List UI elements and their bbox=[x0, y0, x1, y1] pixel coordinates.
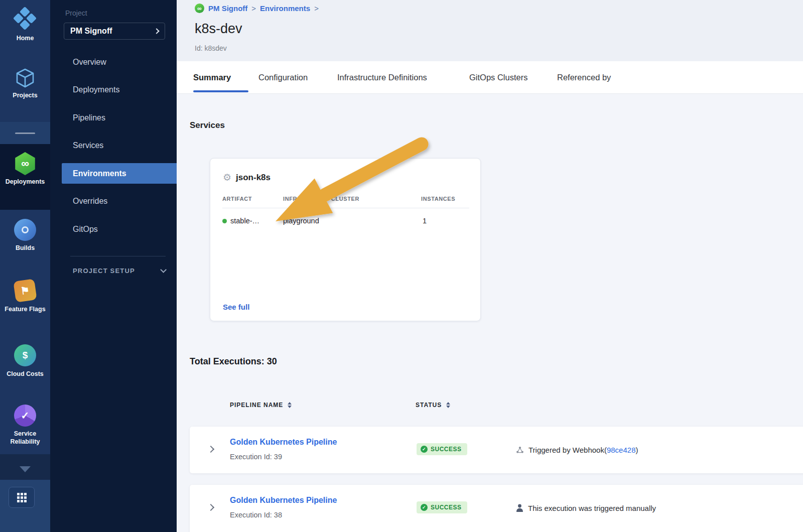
breadcrumb-separator: > bbox=[314, 4, 319, 13]
artifact-cell: stable-… bbox=[222, 217, 259, 225]
project-setup-label: PROJECT SETUP bbox=[73, 267, 135, 275]
rail-collapse-strip bbox=[0, 454, 50, 480]
service-card-title: ⚙ json-k8s bbox=[223, 172, 271, 183]
rail-item-label: Home bbox=[0, 34, 50, 42]
rail-item-label: Deployments bbox=[0, 178, 50, 186]
cd-module-icon: ∞ bbox=[195, 4, 204, 13]
column-infra-gitops-cluster: INFRA / GITOPS CLUSTER bbox=[283, 196, 359, 202]
check-icon: ✓ bbox=[421, 504, 428, 511]
instances-cell: 1 bbox=[423, 217, 427, 225]
builds-icon bbox=[14, 219, 36, 241]
home-icon bbox=[14, 7, 37, 30]
breadcrumb-separator: > bbox=[251, 4, 256, 13]
column-instances: INSTANCES bbox=[421, 196, 455, 202]
breadcrumb-project-link[interactable]: PM Signoff bbox=[208, 4, 247, 13]
rail-item-label: Builds bbox=[0, 244, 50, 252]
tab-infrastructure-definitions[interactable]: Infrastructure Definitions bbox=[337, 61, 427, 93]
page-title: k8s-dev bbox=[195, 21, 242, 37]
project-sidebar: Project PM Signoff Overview Deployments … bbox=[50, 0, 177, 532]
cloud-costs-icon: $ bbox=[14, 344, 36, 366]
tab-gitops-clusters[interactable]: GitOps Clusters bbox=[469, 61, 527, 93]
service-name: json-k8s bbox=[236, 173, 271, 183]
entity-id-label: Id: k8sdev bbox=[195, 44, 227, 52]
execution-row[interactable]: Golden Kubernetes Pipeline Execution Id:… bbox=[190, 427, 803, 473]
chevron-right-icon bbox=[154, 28, 159, 34]
webhook-icon bbox=[516, 446, 524, 454]
rail-item-home[interactable]: Home bbox=[0, 7, 50, 42]
sidebar-item-overview[interactable]: Overview bbox=[50, 52, 177, 72]
rail-divider[interactable] bbox=[0, 122, 50, 144]
project-selector-value: PM Signoff bbox=[70, 27, 112, 36]
app-window: Home Projects ∞ Deployments Builds ⚑ Fea… bbox=[0, 0, 803, 532]
status-dot-icon bbox=[222, 219, 227, 223]
column-pipeline-name[interactable]: PIPELINE NAME bbox=[230, 402, 292, 409]
sidebar-item-gitops[interactable]: GitOps bbox=[50, 219, 177, 239]
page-header: ∞ PM Signoff > Environments > k8s-dev Id… bbox=[177, 0, 803, 61]
expand-chevron-icon[interactable] bbox=[207, 446, 214, 453]
rail-item-label: Feature Flags bbox=[0, 305, 50, 313]
services-heading: Services bbox=[190, 120, 225, 130]
commit-link[interactable]: 98ce428 bbox=[607, 446, 636, 454]
pipeline-link[interactable]: Golden Kubernetes Pipeline bbox=[230, 496, 337, 505]
feature-flags-icon: ⚑ bbox=[13, 279, 37, 302]
status-badge: ✓ SUCCESS bbox=[417, 443, 467, 455]
breadcrumb-environments-link[interactable]: Environments bbox=[260, 4, 310, 13]
tab-configuration[interactable]: Configuration bbox=[258, 61, 308, 93]
chevron-down-icon[interactable] bbox=[20, 466, 31, 472]
projects-icon bbox=[14, 66, 37, 89]
trigger-info: Triggered by Webhook(98ce428) bbox=[516, 446, 638, 454]
rail-item-label: Cloud Costs bbox=[0, 370, 50, 378]
rail-item-deployments[interactable]: ∞ Deployments bbox=[0, 152, 50, 186]
chevron-down-icon bbox=[160, 267, 167, 273]
rail-item-builds[interactable]: Builds bbox=[0, 219, 50, 252]
rail-item-cloud-costs[interactable]: $ Cloud Costs bbox=[0, 344, 50, 378]
breadcrumb: ∞ PM Signoff > Environments > bbox=[195, 4, 323, 13]
execution-id-label: Execution Id: 39 bbox=[230, 453, 282, 461]
project-section-label: Project bbox=[65, 9, 87, 17]
deployments-icon: ∞ bbox=[14, 152, 37, 175]
user-icon bbox=[516, 504, 523, 512]
sidebar-item-services[interactable]: Services bbox=[50, 135, 177, 156]
execution-id-label: Execution Id: 38 bbox=[230, 511, 282, 519]
rail-bottom-section bbox=[0, 480, 50, 532]
summary-content: Services ⚙ json-k8s ARTIFACT INFRA / GIT… bbox=[177, 94, 803, 532]
sort-icon[interactable] bbox=[288, 402, 292, 409]
rail-item-label: Service Reliability bbox=[0, 430, 50, 446]
service-card[interactable]: ⚙ json-k8s ARTIFACT INFRA / GITOPS CLUST… bbox=[210, 158, 481, 321]
apps-grid-button[interactable] bbox=[9, 487, 35, 508]
rail-item-projects[interactable]: Projects bbox=[0, 66, 50, 99]
gear-icon: ⚙ bbox=[223, 172, 231, 183]
expand-chevron-icon[interactable] bbox=[207, 504, 214, 511]
rail-item-service-reliability[interactable]: ✓ Service Reliability bbox=[0, 405, 50, 446]
rail-item-feature-flags[interactable]: ⚑ Feature Flags bbox=[0, 280, 50, 313]
tab-bar: Summary Configuration Infrastructure Def… bbox=[177, 61, 803, 94]
sidebar-item-deployments[interactable]: Deployments bbox=[50, 79, 177, 100]
sidebar-item-environments[interactable]: Environments bbox=[62, 163, 177, 184]
sort-icon[interactable] bbox=[446, 402, 450, 409]
sidebar-item-pipelines[interactable]: Pipelines bbox=[50, 107, 177, 128]
tab-summary[interactable]: Summary bbox=[193, 61, 231, 93]
column-status[interactable]: STATUS bbox=[416, 402, 450, 409]
service-reliability-icon: ✓ bbox=[14, 405, 36, 427]
status-badge: ✓ SUCCESS bbox=[417, 501, 467, 513]
sidebar-divider bbox=[70, 256, 166, 256]
rail-item-label: Projects bbox=[0, 91, 50, 99]
active-tab-underline bbox=[193, 90, 248, 92]
tab-referenced-by[interactable]: Referenced by bbox=[557, 61, 611, 93]
total-executions-heading: Total Executions: 30 bbox=[190, 356, 277, 367]
cluster-cell: playground bbox=[283, 217, 319, 225]
see-full-link[interactable]: See full bbox=[223, 303, 249, 311]
trigger-info: This execution was triggered manually bbox=[516, 504, 656, 512]
execution-row[interactable]: Golden Kubernetes Pipeline Execution Id:… bbox=[190, 485, 803, 532]
grid-icon bbox=[17, 493, 27, 502]
module-rail: Home Projects ∞ Deployments Builds ⚑ Fea… bbox=[0, 0, 50, 532]
project-selector[interactable]: PM Signoff bbox=[64, 23, 165, 40]
column-artifact: ARTIFACT bbox=[222, 196, 252, 202]
sidebar-item-overrides[interactable]: Overrides bbox=[50, 191, 177, 211]
card-divider bbox=[222, 208, 469, 208]
pipeline-link[interactable]: Golden Kubernetes Pipeline bbox=[230, 438, 337, 447]
sidebar-project-setup[interactable]: PROJECT SETUP bbox=[73, 267, 165, 275]
check-icon: ✓ bbox=[421, 446, 428, 453]
